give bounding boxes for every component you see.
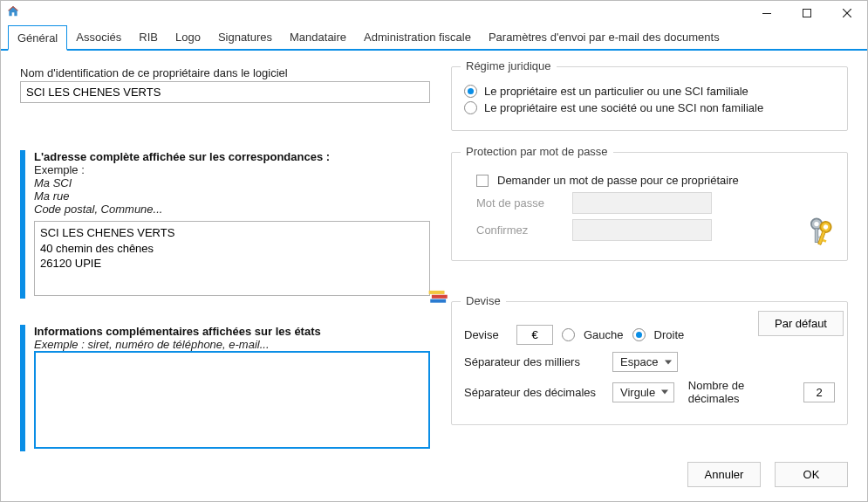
keys-icon <box>804 215 841 254</box>
svg-rect-14 <box>429 291 445 294</box>
devise-side-right-label: Droite <box>654 328 685 341</box>
address-example-label: Exemple : <box>34 163 430 176</box>
regime-radio-societe[interactable] <box>464 101 477 114</box>
info-accent-bar <box>20 325 25 451</box>
devise-symbol-input[interactable] <box>516 325 553 345</box>
address-example-l1: Ma SCI <box>34 176 430 189</box>
address-example-l2: Ma rue <box>34 189 430 203</box>
password-legend: Protection par mot de passe <box>461 145 613 158</box>
ok-button[interactable]: OK <box>775 462 848 487</box>
address-accent-bar <box>20 150 25 299</box>
address-example-l3: Code postal, Commune... <box>34 203 430 216</box>
address-textarea[interactable] <box>34 221 430 296</box>
password-require-checkbox[interactable] <box>476 175 489 187</box>
maximize-button[interactable] <box>787 1 827 25</box>
confirm-label: Confirmez <box>476 223 564 237</box>
tab-logo[interactable]: Logo <box>167 25 209 49</box>
minimize-button[interactable] <box>747 1 787 25</box>
svg-rect-0 <box>762 13 771 14</box>
close-button[interactable] <box>827 1 867 25</box>
regime-radio-particulier[interactable] <box>464 85 477 98</box>
regime-option-1: Le propriétaire est un particulier ou un… <box>484 85 748 98</box>
title-bar <box>1 1 867 25</box>
tab-admin-fiscale[interactable]: Administration fiscale <box>355 25 480 49</box>
svg-rect-13 <box>432 295 448 299</box>
devise-legend: Devise <box>461 294 506 307</box>
house-icon <box>6 4 20 22</box>
regime-group: Régime juridique Le propriétaire est un … <box>451 66 848 131</box>
tabs: Général Associés RIB Logo Signatures Man… <box>1 25 867 51</box>
svg-rect-6 <box>815 229 818 243</box>
password-label: Mot de passe <box>476 196 564 210</box>
tab-associes[interactable]: Associés <box>67 25 130 49</box>
tab-rib[interactable]: RIB <box>130 25 167 49</box>
cancel-button[interactable]: Annuler <box>687 462 761 487</box>
tab-mandataire[interactable]: Mandataire <box>281 25 355 49</box>
books-icon <box>427 286 450 312</box>
regime-option-2: Le propriétaire est une société ou une S… <box>484 101 763 114</box>
svg-rect-1 <box>803 10 811 17</box>
svg-rect-12 <box>430 299 446 303</box>
address-title: L'adresse complète affichée sur les corr… <box>34 150 430 163</box>
tab-email-params[interactable]: Paramètres d'envoi par e-mail des docume… <box>480 25 728 49</box>
decimals-count-input[interactable] <box>803 382 835 402</box>
thousands-label: Séparateur des milliers <box>464 355 604 368</box>
decimals-count-label: Nombre de décimales <box>688 379 795 405</box>
regime-legend: Régime juridique <box>461 59 557 72</box>
ident-input[interactable] <box>20 81 430 103</box>
tab-signatures[interactable]: Signatures <box>209 25 281 49</box>
svg-rect-11 <box>822 239 826 243</box>
devise-group: Devise Par défaut Devise <box>451 301 848 425</box>
decimals-sep-label: Séparateur des décimales <box>464 386 604 399</box>
confirm-input <box>572 219 712 241</box>
devise-label: Devise <box>464 328 508 341</box>
svg-point-5 <box>814 222 818 226</box>
devise-side-left-radio[interactable] <box>562 328 575 341</box>
tab-general[interactable]: Général <box>8 25 67 51</box>
devise-side-left-label: Gauche <box>584 328 624 341</box>
info-title: Informations complémentaires affichées s… <box>34 325 430 338</box>
devise-side-right-radio[interactable] <box>632 328 646 341</box>
password-checkbox-label: Demander un mot de passe pour ce proprié… <box>497 174 739 187</box>
info-hint: Exemple : siret, numéro de téléphone, e-… <box>34 338 430 351</box>
decimals-sep-select[interactable]: Virgule <box>612 382 674 402</box>
password-input <box>572 192 712 214</box>
thousands-select[interactable]: Espace <box>612 352 678 372</box>
password-group: Protection par mot de passe Demander un … <box>451 152 848 261</box>
info-textarea[interactable] <box>34 351 430 449</box>
ident-label: Nom d'identification de ce propriétaire … <box>20 66 430 79</box>
default-button[interactable]: Par défaut <box>758 311 844 336</box>
footer: Annuler OK <box>1 462 867 501</box>
